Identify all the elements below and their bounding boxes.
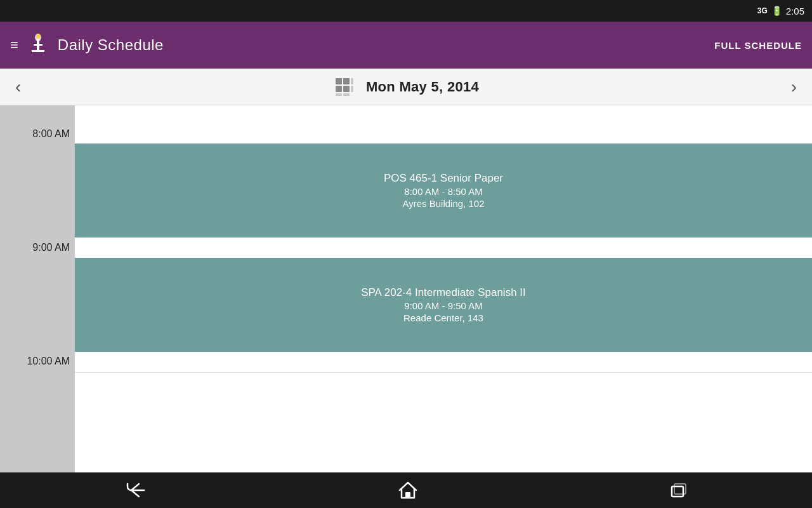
home-icon [397, 481, 419, 500]
app-bar: ≡ Daily Schedule FULL SCHEDULE [0, 22, 812, 69]
app-bar-left: ≡ Daily Schedule [10, 32, 164, 58]
signal-indicator: 3G [757, 6, 768, 15]
grid-icon [333, 76, 356, 98]
recents-button[interactable] [668, 481, 687, 499]
svg-point-4 [36, 34, 40, 39]
svg-rect-13 [405, 492, 410, 498]
date-nav: ‹ Mon May 5, 2014 › [0, 69, 812, 105]
event-pos465-location: Ayres Building, 102 [403, 198, 485, 209]
svg-rect-2 [32, 50, 44, 52]
time-label-10am: 10:00 AM [27, 356, 70, 367]
time-column: 8:00 AM 9:00 AM 10:00 AM [0, 105, 75, 472]
svg-rect-10 [351, 86, 353, 92]
svg-rect-14 [672, 486, 683, 497]
events-column: POS 465-1 Senior Paper 8:00 AM - 8:50 AM… [75, 105, 812, 472]
hamburger-icon[interactable]: ≡ [10, 37, 18, 53]
time-label-8am: 8:00 AM [32, 128, 70, 140]
grid-view-button[interactable] [333, 76, 356, 98]
svg-rect-5 [336, 78, 342, 84]
date-nav-center: Mon May 5, 2014 [333, 76, 479, 98]
time-display: 2:05 [786, 6, 804, 17]
event-pos465[interactable]: POS 465-1 Senior Paper 8:00 AM - 8:50 AM… [75, 144, 812, 237]
battery-icon: 🔋 [771, 6, 782, 16]
hour-divider-10 [75, 372, 812, 373]
back-icon [125, 481, 148, 499]
app-title: Daily Schedule [58, 36, 164, 54]
full-schedule-button[interactable]: FULL SCHEDULE [714, 40, 802, 51]
next-day-button[interactable]: › [783, 77, 804, 97]
event-spa202-title: SPA 202-4 Intermediate Spanish II [361, 286, 526, 299]
event-pos465-title: POS 465-1 Senior Paper [384, 172, 503, 185]
current-date-label: Mon May 5, 2014 [366, 79, 479, 95]
svg-rect-9 [343, 86, 350, 92]
event-spa202-location: Reade Center, 143 [403, 312, 483, 323]
event-spa202-time: 9:00 AM - 9:50 AM [404, 300, 482, 311]
recents-icon [668, 481, 687, 499]
svg-rect-11 [336, 93, 342, 96]
bottom-nav [0, 472, 812, 508]
svg-rect-12 [343, 93, 350, 96]
status-bar: 3G 🔋 2:05 [0, 0, 812, 22]
prev-day-button[interactable]: ‹ [8, 77, 29, 97]
status-icons: 3G 🔋 2:05 [757, 6, 804, 17]
home-button[interactable] [397, 481, 419, 500]
svg-rect-7 [351, 78, 353, 84]
svg-rect-1 [34, 44, 43, 46]
university-icon [29, 32, 48, 58]
schedule-container: 8:00 AM 9:00 AM 10:00 AM POS 465-1 Senio… [0, 105, 812, 472]
event-pos465-time: 8:00 AM - 8:50 AM [404, 186, 482, 197]
svg-rect-8 [336, 86, 342, 92]
time-label-9am: 9:00 AM [32, 242, 70, 253]
svg-rect-6 [343, 78, 350, 84]
svg-rect-15 [674, 484, 686, 494]
event-spa202[interactable]: SPA 202-4 Intermediate Spanish II 9:00 A… [75, 258, 812, 352]
back-button[interactable] [125, 481, 148, 499]
